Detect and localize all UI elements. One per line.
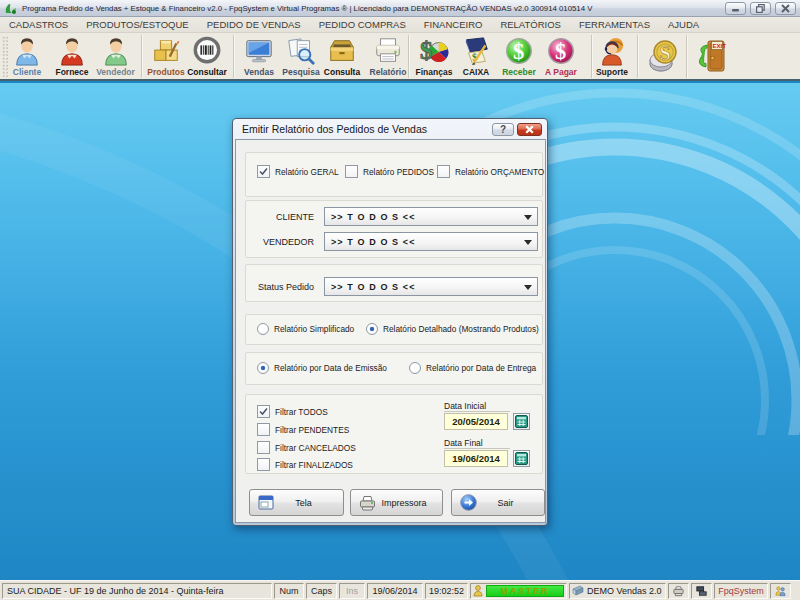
toolbar-receber[interactable]: $ Receber: [496, 35, 542, 79]
minimize-button[interactable]: [725, 2, 746, 15]
svg-text:$: $: [555, 39, 566, 64]
disk-icon: [572, 585, 584, 596]
toolbar-label: Relatório: [370, 66, 407, 78]
support-person-icon: [597, 35, 627, 66]
product-boxes-icon: [151, 35, 181, 66]
dialog-titlebar[interactable]: Emitir Relatório dos Pedidos de Vendas ?: [233, 119, 547, 139]
menu-pedido-de-vendas[interactable]: PEDIDO DE VENDAS: [198, 17, 310, 33]
combobox-value: >> T O D O S <<: [331, 237, 416, 247]
toolbar-relatorio[interactable]: Relatório: [367, 35, 409, 79]
status-users[interactable]: [770, 583, 791, 599]
checkbox-relatorio-orcamento[interactable]: Relatório ORÇAMENTO: [437, 165, 544, 178]
checkbox-label: Relatóro PEDIDOS: [363, 167, 434, 177]
radio-icon: [409, 362, 421, 374]
toolbar-produtos[interactable]: Produtos: [144, 35, 188, 79]
checkbox-filtrar-todos[interactable]: Filtrar TODOS: [257, 405, 328, 418]
menu-bar: CADASTROS PRODUTOS/ESTOQUE PEDIDO DE VEN…: [0, 17, 800, 33]
checkbox-label: Filtrar FINALIZADOS: [275, 460, 353, 470]
radio-label: Relatório Detalhado (Mostrando Produtos): [383, 324, 539, 334]
menu-ferramentas[interactable]: FERRAMENTAS: [570, 17, 659, 33]
toolbar-financas[interactable]: $ Finanças: [411, 35, 457, 79]
toolbar-vendas[interactable]: Vendas: [236, 35, 282, 79]
toolbar-fornecedor[interactable]: Fornece: [49, 35, 95, 79]
status-caps: Caps: [306, 583, 337, 599]
data-final-field[interactable]: 19/06/2014: [444, 450, 508, 467]
user-level-icon: [473, 585, 483, 597]
sair-button[interactable]: Sair: [451, 489, 545, 516]
radio-icon: [257, 323, 269, 335]
checkbox-icon: [257, 441, 270, 454]
close-button[interactable]: [775, 2, 796, 15]
coin-icon: S: [646, 35, 680, 77]
client-person-icon: [12, 35, 42, 66]
toolbar-consultar[interactable]: Consultar: [184, 35, 230, 79]
chevron-down-icon: [524, 285, 532, 290]
data-final-calendar-button[interactable]: [513, 450, 530, 467]
checkbox-filtrar-finalizados[interactable]: Filtrar FINALIZADOS: [257, 458, 353, 471]
status-date: 19/06/2014: [367, 583, 423, 599]
status-brand: FpqSystem: [714, 583, 768, 599]
toolbar-label: Finanças: [416, 66, 453, 78]
impressora-button[interactable]: Impressora: [350, 489, 443, 516]
checkbox-filtrar-pendentes[interactable]: Filtrar PENDENTES: [257, 423, 349, 436]
radio-data-emissao[interactable]: Relatório por Data de Emissão: [257, 362, 387, 374]
checkbox-filtrar-cancelados[interactable]: Filtrar CANCELADOS: [257, 441, 356, 454]
menu-ajuda[interactable]: AJUDA: [659, 17, 708, 33]
radio-relatorio-simplificado[interactable]: Relatório Simplificado: [257, 323, 354, 335]
cliente-combobox[interactable]: >> T O D O S <<: [324, 207, 538, 226]
radio-data-entrega[interactable]: Relatório por Data de Entrega: [409, 362, 536, 374]
menu-financeiro[interactable]: FINANCEIRO: [415, 17, 492, 33]
menu-relatorios[interactable]: RELATÓRIOS: [491, 17, 570, 33]
chevron-down-icon: [524, 215, 532, 220]
checkbox-label: Relatório GERAL: [275, 167, 339, 177]
toolbar-suporte[interactable]: Suporte: [589, 35, 635, 79]
app-version-text: DEMO Vendas 2.0: [587, 586, 662, 596]
cliente-label: CLIENTE: [276, 212, 314, 222]
svg-text:EXIT: EXIT: [713, 43, 727, 49]
status-printer[interactable]: [668, 583, 689, 599]
exit-arrow-icon: [460, 494, 477, 511]
toolbar-vendedor[interactable]: Vendedor: [92, 35, 139, 79]
toolbar-exit[interactable]: EXIT: [689, 35, 735, 79]
button-label: Sair: [477, 498, 534, 508]
data-inicial-field[interactable]: 20/05/2014: [444, 413, 508, 430]
status-pedido-combobox[interactable]: >> T O D O S <<: [324, 277, 538, 296]
status-pedido-label: Status Pedido: [258, 282, 314, 292]
menu-cadastros[interactable]: CADASTROS: [0, 17, 77, 33]
cash-book-icon: $: [461, 35, 491, 66]
dialog-help-button[interactable]: ?: [492, 123, 514, 136]
toolbar-coin[interactable]: S: [640, 35, 686, 79]
toolbar-apagar[interactable]: $ A Pagar: [538, 35, 584, 79]
radio-label: Relatório por Data de Entrega: [426, 363, 536, 373]
toolbar-label: Consultar: [187, 66, 227, 78]
menu-produtos-estoque[interactable]: PRODUTOS/ESTOQUE: [77, 17, 198, 33]
window-titlebar: Programa Pedido de Vendas + Estoque & Fi…: [0, 0, 800, 17]
printer-icon: [359, 495, 376, 511]
toolbar-pesquisa[interactable]: Pesquisa: [278, 35, 324, 79]
dialog-close-button[interactable]: [517, 123, 542, 136]
supplier-person-icon: [57, 35, 87, 66]
checkbox-relatorio-geral[interactable]: Relatório GERAL: [257, 165, 339, 178]
checkbox-relatoro-pedidos[interactable]: Relatóro PEDIDOS: [345, 165, 434, 178]
checkbox-label: Filtrar CANCELADOS: [275, 443, 356, 453]
combobox-value: >> T O D O S <<: [331, 212, 416, 222]
toolbar-cliente[interactable]: Cliente: [4, 35, 50, 79]
radio-relatorio-detalhado[interactable]: Relatório Detalhado (Mostrando Produtos): [366, 323, 539, 335]
restore-button[interactable]: [750, 2, 771, 15]
svg-text:S: S: [660, 42, 671, 64]
data-inicial-label: Data Inicial: [444, 401, 486, 411]
radio-icon: [257, 362, 269, 374]
tela-button[interactable]: Tela: [249, 489, 344, 516]
status-network[interactable]: [691, 583, 712, 599]
toolbar-separator: [141, 35, 143, 78]
toolbar-caixa[interactable]: $ CAIXA: [453, 35, 499, 79]
exit-door-icon: EXIT: [694, 35, 730, 77]
toolbar-consulta[interactable]: Consulta: [319, 35, 365, 79]
seller-person-icon: [101, 35, 131, 66]
menu-pedido-compras[interactable]: PEDIDO COMPRAS: [310, 17, 415, 33]
data-inicial-calendar-button[interactable]: [513, 413, 530, 430]
toolbar: Cliente Fornece Vendedor: [0, 33, 800, 81]
vendedor-combobox[interactable]: >> T O D O S <<: [324, 232, 538, 251]
radio-label: Relatório Simplificado: [274, 324, 354, 334]
window-screen-icon: [258, 495, 274, 510]
